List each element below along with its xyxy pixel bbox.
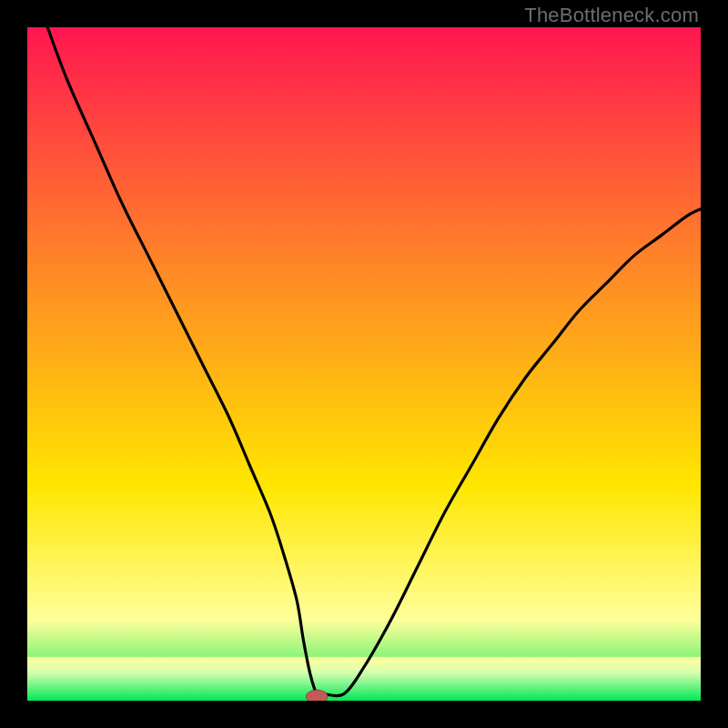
- optimum-marker: [306, 690, 328, 701]
- bottleneck-curve-chart: [27, 27, 701, 701]
- plot-area: [27, 27, 701, 701]
- watermark-text: TheBottleneck.com: [524, 4, 699, 27]
- chart-frame: TheBottleneck.com: [0, 0, 728, 728]
- bottom-band: [27, 657, 701, 701]
- gradient-background: [27, 27, 701, 701]
